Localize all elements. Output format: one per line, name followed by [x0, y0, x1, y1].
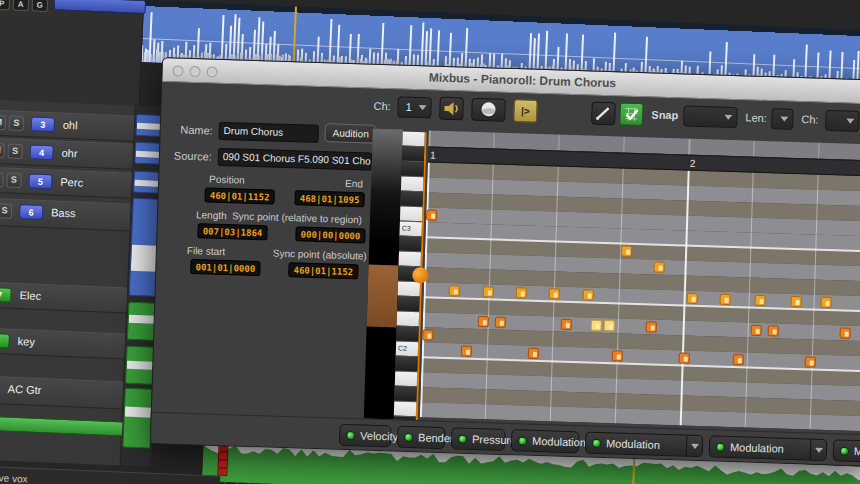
- midi-note[interactable]: [604, 320, 615, 331]
- midi-note[interactable]: [612, 350, 623, 361]
- grid-snap-button[interactable]: [619, 102, 644, 126]
- midi-note[interactable]: [754, 295, 765, 306]
- track-number-chip[interactable]: 7: [0, 287, 12, 303]
- automation-lane-button-modulation[interactable]: Modulation: [709, 435, 828, 461]
- chevron-down-icon[interactable]: [686, 436, 703, 456]
- file-start-clock[interactable]: 001|01|0000: [190, 259, 260, 276]
- midi-note[interactable]: [478, 316, 489, 327]
- solo-button[interactable]: S: [0, 203, 12, 219]
- piano-key-black[interactable]: [400, 192, 422, 208]
- note-grid[interactable]: [420, 162, 860, 431]
- piano-key-white[interactable]: [402, 132, 424, 148]
- midi-note[interactable]: [751, 325, 762, 336]
- audition-speaker-button[interactable]: [439, 97, 464, 121]
- midi-note[interactable]: [516, 287, 527, 298]
- track-number-chip[interactable]: 8: [0, 333, 10, 349]
- piano-key-black[interactable]: [395, 356, 417, 372]
- midi-note[interactable]: [422, 329, 433, 340]
- piano-key-C2[interactable]: C2: [396, 341, 418, 357]
- automation-lane-button-modulation[interactable]: Modulation: [585, 431, 704, 457]
- track-row-key[interactable]: 8key: [0, 327, 125, 359]
- midi-note[interactable]: [719, 294, 730, 305]
- editor-button-a[interactable]: A: [13, 0, 30, 11]
- mute-button[interactable]: M: [0, 115, 6, 131]
- midi-note[interactable]: [768, 325, 779, 336]
- piano-key-black[interactable]: [402, 147, 424, 163]
- midi-note[interactable]: [733, 354, 744, 365]
- region-name-input[interactable]: Drum Chorus: [218, 122, 319, 143]
- piano-key-black[interactable]: [399, 237, 421, 253]
- midi-note[interactable]: [583, 289, 594, 300]
- solo-button[interactable]: S: [9, 115, 25, 131]
- midi-note[interactable]: [591, 320, 602, 331]
- chevron-down-icon[interactable]: [810, 440, 827, 460]
- piano-key-black[interactable]: [394, 386, 416, 402]
- audition-button[interactable]: Audition: [324, 123, 377, 144]
- track-number-chip[interactable]: 3: [31, 116, 56, 132]
- mute-button[interactable]: M: [0, 143, 5, 159]
- piano-key-white[interactable]: [397, 312, 419, 328]
- track-number-chip[interactable]: 4: [29, 144, 54, 160]
- mute-button[interactable]: M: [0, 172, 4, 188]
- solo-button[interactable]: S: [6, 172, 22, 188]
- midi-note[interactable]: [495, 317, 506, 328]
- piano-key-C3[interactable]: C3: [399, 222, 421, 238]
- step-entry-button[interactable]: |>: [513, 99, 538, 123]
- midi-note[interactable]: [679, 352, 690, 363]
- midi-note[interactable]: [653, 262, 664, 273]
- editor-button-p[interactable]: P: [0, 0, 10, 10]
- automation-lane-button-velocity[interactable]: Velocity: [339, 424, 392, 448]
- channel-spinner[interactable]: 1: [397, 96, 432, 118]
- midi-note[interactable]: [461, 346, 472, 357]
- midi-note[interactable]: [561, 319, 572, 330]
- midi-note[interactable]: [790, 296, 801, 307]
- piano-key-white[interactable]: [401, 177, 423, 193]
- midi-note[interactable]: [449, 285, 460, 296]
- midi-note[interactable]: [426, 209, 437, 220]
- midi-note[interactable]: [820, 297, 831, 308]
- piano-key-black[interactable]: [397, 297, 419, 313]
- editor-button-g[interactable]: G: [32, 0, 49, 12]
- piano-key-black[interactable]: [396, 327, 418, 343]
- track-row-bass[interactable]: S6Bass: [0, 197, 131, 231]
- midi-note[interactable]: [646, 321, 657, 332]
- track-number-chip[interactable]: 5: [28, 173, 53, 189]
- end-clock[interactable]: 468|01|1095: [294, 190, 364, 207]
- piano-key-white[interactable]: [395, 371, 417, 387]
- audio-region-chip[interactable]: [125, 346, 155, 385]
- track-row-ac-gtr[interactable]: AC Gtr: [0, 375, 123, 409]
- automation-lane-button-pressure[interactable]: Pressure: [451, 427, 506, 451]
- midi-note[interactable]: [839, 327, 850, 338]
- midi-note[interactable]: [483, 286, 494, 297]
- midi-note[interactable]: [528, 348, 539, 359]
- sync-rel-clock[interactable]: 000|00|0000: [295, 226, 365, 243]
- track-row-ohl[interactable]: MS3ohl: [0, 110, 134, 142]
- midi-note[interactable]: [687, 293, 698, 304]
- track-row-perc[interactable]: MS5Perc: [0, 167, 132, 199]
- midi-note[interactable]: [621, 246, 632, 257]
- piano-key-white[interactable]: [399, 252, 421, 268]
- solo-button[interactable]: S: [7, 143, 23, 159]
- sync-abs-clock[interactable]: 460|01|1152: [288, 262, 358, 279]
- track-row-ohr[interactable]: MS4ohr: [0, 138, 133, 170]
- automation-lane-button-mo[interactable]: Mo: [833, 439, 860, 463]
- automation-lane-button-modulation[interactable]: Modulation: [511, 429, 580, 453]
- automation-lane-button-bender[interactable]: Bender: [397, 426, 446, 449]
- track-number-chip[interactable]: 6: [19, 204, 44, 220]
- audio-region-chip[interactable]: [127, 302, 157, 341]
- track-row-elec[interactable]: 7Elec: [0, 281, 127, 313]
- note-length-dropdown[interactable]: [771, 108, 794, 130]
- piano-key-white[interactable]: [398, 282, 420, 298]
- piano-key-white[interactable]: [400, 207, 422, 223]
- piano-key-black[interactable]: [401, 162, 423, 178]
- midi-note[interactable]: [805, 356, 816, 367]
- note-channel-dropdown[interactable]: [825, 110, 860, 132]
- midi-sound-button[interactable]: [471, 98, 506, 122]
- scroomer-visible-range[interactable]: [367, 265, 399, 328]
- midi-note[interactable]: [549, 288, 560, 299]
- piano-key-white[interactable]: [394, 401, 416, 417]
- length-clock[interactable]: 007|03|1864: [197, 223, 267, 240]
- draw-tool-button[interactable]: [591, 102, 616, 126]
- bottom-track-header[interactable]: Dave vox: [0, 465, 220, 484]
- audio-region-chip[interactable]: [122, 388, 152, 449]
